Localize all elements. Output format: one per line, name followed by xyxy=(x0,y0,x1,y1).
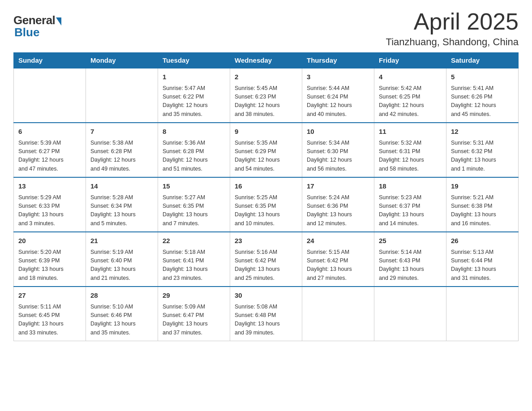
calendar-cell: 30Sunrise: 5:08 AMSunset: 6:48 PMDayligh… xyxy=(230,287,302,341)
day-number: 22 xyxy=(163,236,225,246)
day-info: Sunrise: 5:20 AMSunset: 6:39 PMDaylight:… xyxy=(18,248,81,283)
day-number: 14 xyxy=(90,181,153,192)
day-number: 17 xyxy=(307,181,369,192)
day-info: Sunrise: 5:28 AMSunset: 6:34 PMDaylight:… xyxy=(90,193,153,228)
day-info: Sunrise: 5:11 AMSunset: 6:45 PMDaylight:… xyxy=(18,303,81,338)
day-number: 11 xyxy=(379,127,442,137)
day-number: 24 xyxy=(307,236,369,246)
calendar-cell: 12Sunrise: 5:31 AMSunset: 6:32 PMDayligh… xyxy=(446,123,519,177)
day-info: Sunrise: 5:18 AMSunset: 6:41 PMDaylight:… xyxy=(163,248,225,283)
day-info: Sunrise: 5:45 AMSunset: 6:23 PMDaylight:… xyxy=(235,84,297,119)
day-number: 7 xyxy=(90,127,153,137)
logo-blue-text: Blue xyxy=(14,26,39,39)
day-info: Sunrise: 5:38 AMSunset: 6:28 PMDaylight:… xyxy=(90,139,153,174)
calendar-cell: 21Sunrise: 5:19 AMSunset: 6:40 PMDayligh… xyxy=(86,232,158,287)
day-number: 29 xyxy=(163,291,225,301)
day-info: Sunrise: 5:08 AMSunset: 6:48 PMDaylight:… xyxy=(235,303,297,338)
day-number: 28 xyxy=(90,291,153,301)
weekday-header-sunday: Sunday xyxy=(14,53,86,68)
day-number: 2 xyxy=(235,72,297,82)
day-info: Sunrise: 5:27 AMSunset: 6:35 PMDaylight:… xyxy=(163,193,225,228)
logo-arrow-icon xyxy=(56,17,61,26)
day-number: 3 xyxy=(307,72,369,82)
calendar-cell: 8Sunrise: 5:36 AMSunset: 6:28 PMDaylight… xyxy=(158,123,230,177)
weekday-header-monday: Monday xyxy=(86,53,158,68)
day-info: Sunrise: 5:32 AMSunset: 6:31 PMDaylight:… xyxy=(379,139,442,174)
calendar-cell: 9Sunrise: 5:35 AMSunset: 6:29 PMDaylight… xyxy=(230,123,302,177)
weekday-header-thursday: Thursday xyxy=(302,53,374,68)
day-number: 12 xyxy=(451,127,514,137)
calendar-cell: 26Sunrise: 5:13 AMSunset: 6:44 PMDayligh… xyxy=(446,232,519,287)
calendar-cell: 5Sunrise: 5:41 AMSunset: 6:26 PMDaylight… xyxy=(446,68,519,123)
location-text: Tianzhuang, Shandong, China xyxy=(386,36,519,48)
day-number: 21 xyxy=(90,236,153,246)
calendar-cell: 1Sunrise: 5:47 AMSunset: 6:22 PMDaylight… xyxy=(158,68,230,123)
day-info: Sunrise: 5:14 AMSunset: 6:43 PMDaylight:… xyxy=(379,248,442,283)
day-info: Sunrise: 5:24 AMSunset: 6:36 PMDaylight:… xyxy=(307,193,369,228)
calendar-cell: 10Sunrise: 5:34 AMSunset: 6:30 PMDayligh… xyxy=(302,123,374,177)
calendar-week-row: 6Sunrise: 5:39 AMSunset: 6:27 PMDaylight… xyxy=(14,123,519,177)
calendar-header-row: SundayMondayTuesdayWednesdayThursdayFrid… xyxy=(14,53,519,68)
calendar-cell: 22Sunrise: 5:18 AMSunset: 6:41 PMDayligh… xyxy=(158,232,230,287)
day-info: Sunrise: 5:36 AMSunset: 6:28 PMDaylight:… xyxy=(163,139,225,174)
calendar-cell: 17Sunrise: 5:24 AMSunset: 6:36 PMDayligh… xyxy=(302,177,374,232)
calendar-cell: 11Sunrise: 5:32 AMSunset: 6:31 PMDayligh… xyxy=(374,123,446,177)
day-number: 18 xyxy=(379,181,442,192)
calendar-cell xyxy=(302,287,374,341)
logo: General Blue xyxy=(13,13,61,39)
calendar-cell: 14Sunrise: 5:28 AMSunset: 6:34 PMDayligh… xyxy=(86,177,158,232)
calendar-cell: 23Sunrise: 5:16 AMSunset: 6:42 PMDayligh… xyxy=(230,232,302,287)
day-info: Sunrise: 5:23 AMSunset: 6:37 PMDaylight:… xyxy=(379,193,442,228)
day-info: Sunrise: 5:21 AMSunset: 6:38 PMDaylight:… xyxy=(451,193,514,228)
day-info: Sunrise: 5:31 AMSunset: 6:32 PMDaylight:… xyxy=(451,139,514,174)
title-section: April 2025 Tianzhuang, Shandong, China xyxy=(386,9,519,48)
day-number: 25 xyxy=(379,236,442,246)
calendar-cell: 2Sunrise: 5:45 AMSunset: 6:23 PMDaylight… xyxy=(230,68,302,123)
day-number: 15 xyxy=(163,181,225,192)
calendar-cell: 27Sunrise: 5:11 AMSunset: 6:45 PMDayligh… xyxy=(14,287,86,341)
day-info: Sunrise: 5:25 AMSunset: 6:35 PMDaylight:… xyxy=(235,193,297,228)
calendar-cell: 19Sunrise: 5:21 AMSunset: 6:38 PMDayligh… xyxy=(446,177,519,232)
day-info: Sunrise: 5:29 AMSunset: 6:33 PMDaylight:… xyxy=(18,193,81,228)
day-info: Sunrise: 5:41 AMSunset: 6:26 PMDaylight:… xyxy=(451,84,514,119)
calendar-cell xyxy=(446,287,519,341)
day-number: 6 xyxy=(18,127,81,137)
day-number: 4 xyxy=(379,72,442,82)
weekday-header-tuesday: Tuesday xyxy=(158,53,230,68)
calendar-cell: 29Sunrise: 5:09 AMSunset: 6:47 PMDayligh… xyxy=(158,287,230,341)
calendar-cell: 24Sunrise: 5:15 AMSunset: 6:42 PMDayligh… xyxy=(302,232,374,287)
calendar-cell: 20Sunrise: 5:20 AMSunset: 6:39 PMDayligh… xyxy=(14,232,86,287)
calendar-cell: 4Sunrise: 5:42 AMSunset: 6:25 PMDaylight… xyxy=(374,68,446,123)
day-number: 19 xyxy=(451,181,514,192)
day-info: Sunrise: 5:19 AMSunset: 6:40 PMDaylight:… xyxy=(90,248,153,283)
calendar-week-row: 1Sunrise: 5:47 AMSunset: 6:22 PMDaylight… xyxy=(14,68,519,123)
day-info: Sunrise: 5:44 AMSunset: 6:24 PMDaylight:… xyxy=(307,84,369,119)
day-number: 27 xyxy=(18,291,81,301)
day-info: Sunrise: 5:13 AMSunset: 6:44 PMDaylight:… xyxy=(451,248,514,283)
day-info: Sunrise: 5:47 AMSunset: 6:22 PMDaylight:… xyxy=(163,84,225,119)
day-number: 20 xyxy=(18,236,81,246)
page-header: General Blue April 2025 Tianzhuang, Shan… xyxy=(13,9,519,48)
day-number: 23 xyxy=(235,236,297,246)
day-info: Sunrise: 5:09 AMSunset: 6:47 PMDaylight:… xyxy=(163,303,225,338)
day-number: 13 xyxy=(18,181,81,192)
calendar-cell: 3Sunrise: 5:44 AMSunset: 6:24 PMDaylight… xyxy=(302,68,374,123)
day-info: Sunrise: 5:39 AMSunset: 6:27 PMDaylight:… xyxy=(18,139,81,174)
calendar-cell: 16Sunrise: 5:25 AMSunset: 6:35 PMDayligh… xyxy=(230,177,302,232)
calendar-cell: 28Sunrise: 5:10 AMSunset: 6:46 PMDayligh… xyxy=(86,287,158,341)
day-info: Sunrise: 5:35 AMSunset: 6:29 PMDaylight:… xyxy=(235,139,297,174)
day-number: 26 xyxy=(451,236,514,246)
day-info: Sunrise: 5:42 AMSunset: 6:25 PMDaylight:… xyxy=(379,84,442,119)
calendar-cell xyxy=(374,287,446,341)
calendar-week-row: 13Sunrise: 5:29 AMSunset: 6:33 PMDayligh… xyxy=(14,177,519,232)
calendar-week-row: 27Sunrise: 5:11 AMSunset: 6:45 PMDayligh… xyxy=(14,287,519,341)
day-info: Sunrise: 5:34 AMSunset: 6:30 PMDaylight:… xyxy=(307,139,369,174)
month-title: April 2025 xyxy=(386,9,519,34)
day-number: 30 xyxy=(235,291,297,301)
weekday-header-wednesday: Wednesday xyxy=(230,53,302,68)
calendar-cell xyxy=(86,68,158,123)
calendar-cell: 13Sunrise: 5:29 AMSunset: 6:33 PMDayligh… xyxy=(14,177,86,232)
day-info: Sunrise: 5:10 AMSunset: 6:46 PMDaylight:… xyxy=(90,303,153,338)
calendar-cell xyxy=(14,68,86,123)
day-number: 1 xyxy=(163,72,225,82)
